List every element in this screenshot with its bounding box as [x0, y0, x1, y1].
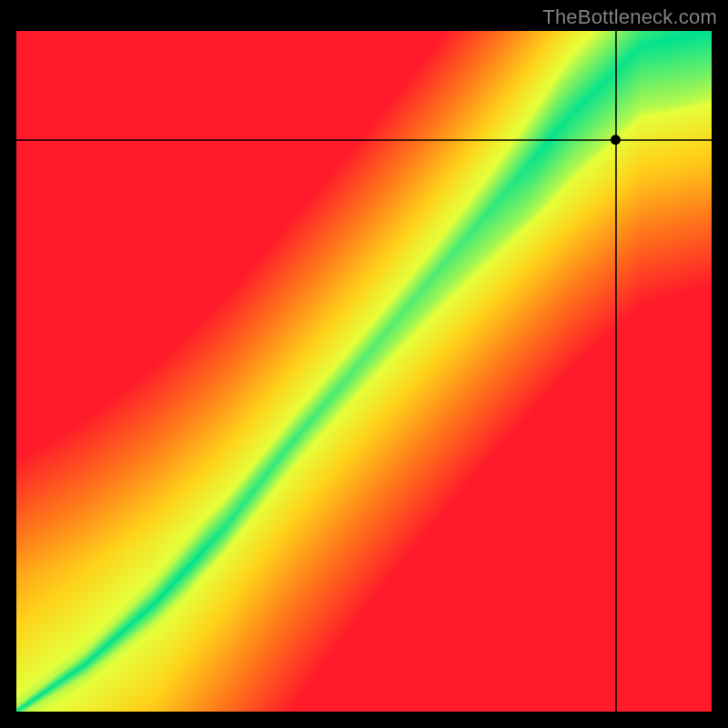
chart-container: TheBottleneck.com [0, 0, 728, 728]
heatmap-canvas [16, 31, 712, 712]
heatmap-plot [16, 31, 712, 712]
watermark-text: TheBottleneck.com [542, 5, 717, 29]
